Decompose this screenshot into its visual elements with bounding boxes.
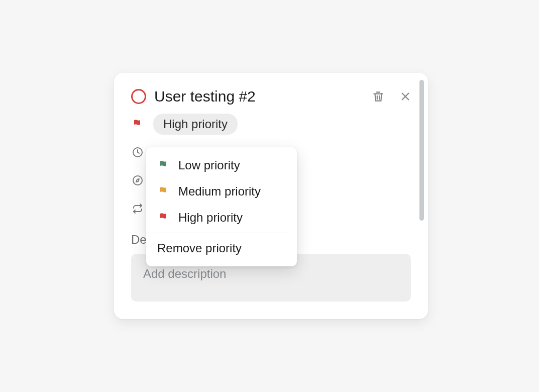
flag-icon — [157, 212, 170, 224]
task-title[interactable]: User testing #2 — [154, 88, 364, 105]
priority-option-label: Medium priority — [178, 184, 261, 199]
trash-icon — [372, 90, 385, 103]
dropdown-divider — [154, 233, 289, 233]
scrollbar-thumb[interactable] — [419, 80, 424, 221]
priority-pill[interactable]: High priority — [153, 114, 238, 135]
flag-icon — [157, 185, 170, 198]
description-placeholder: Add description — [143, 267, 399, 281]
priority-dropdown: Low priority Medium priority High priori… — [146, 147, 297, 266]
close-icon — [400, 91, 411, 102]
priority-option-label: High priority — [178, 211, 243, 225]
flag-icon — [131, 118, 144, 130]
priority-option-medium[interactable]: Medium priority — [146, 178, 297, 205]
svg-point-1 — [133, 176, 142, 185]
flag-icon — [157, 159, 170, 171]
compass-icon — [131, 174, 144, 186]
priority-option-label: Low priority — [178, 158, 240, 172]
priority-row[interactable]: High priority — [131, 116, 411, 132]
priority-option-high[interactable]: High priority — [146, 205, 297, 231]
priority-option-remove[interactable]: Remove priority — [146, 235, 297, 261]
priority-option-low[interactable]: Low priority — [146, 152, 297, 178]
clock-icon — [131, 146, 144, 158]
task-complete-circle[interactable] — [131, 89, 146, 104]
priority-option-label: Remove priority — [157, 241, 242, 255]
repeat-icon — [131, 203, 144, 215]
delete-button[interactable] — [372, 90, 385, 103]
close-button[interactable] — [393, 91, 411, 102]
title-row: User testing #2 — [131, 88, 411, 105]
